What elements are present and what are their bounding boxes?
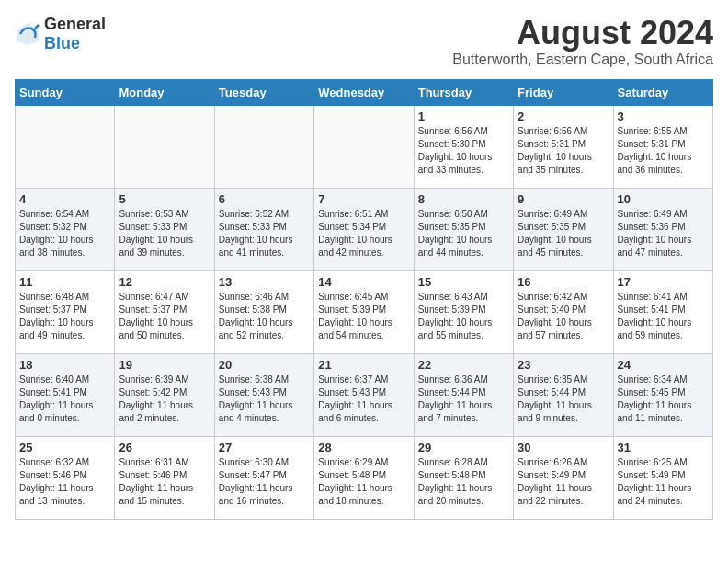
calendar-cell bbox=[115, 105, 214, 188]
cell-info: Sunrise: 6:36 AM Sunset: 5:44 PM Dayligh… bbox=[418, 373, 509, 425]
day-number: 5 bbox=[119, 192, 210, 206]
cell-info: Sunrise: 6:49 AM Sunset: 5:35 PM Dayligh… bbox=[518, 208, 609, 259]
calendar-cell: 12Sunrise: 6:47 AM Sunset: 5:37 PM Dayli… bbox=[115, 270, 214, 353]
week-row-5: 25Sunrise: 6:32 AM Sunset: 5:46 PM Dayli… bbox=[16, 436, 713, 519]
header-row: SundayMondayTuesdayWednesdayThursdayFrid… bbox=[16, 79, 713, 105]
cell-info: Sunrise: 6:39 AM Sunset: 5:42 PM Dayligh… bbox=[119, 373, 210, 425]
day-number: 2 bbox=[518, 109, 609, 123]
header-day-tuesday: Tuesday bbox=[214, 79, 313, 105]
calendar-cell: 31Sunrise: 6:25 AM Sunset: 5:49 PM Dayli… bbox=[613, 436, 712, 519]
calendar-cell: 16Sunrise: 6:42 AM Sunset: 5:40 PM Dayli… bbox=[514, 270, 613, 353]
day-number: 25 bbox=[19, 441, 110, 454]
header-day-friday: Friday bbox=[514, 79, 613, 105]
calendar-cell: 5Sunrise: 6:53 AM Sunset: 5:33 PM Daylig… bbox=[115, 188, 214, 270]
cell-info: Sunrise: 6:29 AM Sunset: 5:48 PM Dayligh… bbox=[318, 456, 409, 508]
calendar-cell: 15Sunrise: 6:43 AM Sunset: 5:39 PM Dayli… bbox=[414, 270, 513, 353]
cell-info: Sunrise: 6:54 AM Sunset: 5:32 PM Dayligh… bbox=[19, 208, 110, 259]
logo-text: General Blue bbox=[44, 15, 106, 53]
day-number: 6 bbox=[219, 192, 310, 206]
day-number: 29 bbox=[418, 441, 509, 454]
header-day-saturday: Saturday bbox=[613, 79, 712, 105]
calendar-cell: 7Sunrise: 6:51 AM Sunset: 5:34 PM Daylig… bbox=[314, 188, 414, 270]
cell-info: Sunrise: 6:45 AM Sunset: 5:39 PM Dayligh… bbox=[318, 291, 409, 342]
calendar-cell: 1Sunrise: 6:56 AM Sunset: 5:30 PM Daylig… bbox=[414, 105, 513, 188]
cell-info: Sunrise: 6:38 AM Sunset: 5:43 PM Dayligh… bbox=[219, 373, 310, 425]
cell-info: Sunrise: 6:53 AM Sunset: 5:33 PM Dayligh… bbox=[119, 208, 210, 259]
day-number: 13 bbox=[219, 275, 310, 289]
day-number: 18 bbox=[19, 358, 110, 372]
cell-info: Sunrise: 6:41 AM Sunset: 5:41 PM Dayligh… bbox=[618, 291, 709, 342]
day-number: 28 bbox=[318, 441, 409, 454]
cell-info: Sunrise: 6:55 AM Sunset: 5:31 PM Dayligh… bbox=[618, 125, 709, 177]
day-number: 7 bbox=[318, 192, 409, 206]
calendar-cell: 10Sunrise: 6:49 AM Sunset: 5:36 PM Dayli… bbox=[613, 188, 712, 270]
sub-title: Butterworth, Eastern Cape, South Africa bbox=[452, 52, 713, 68]
title-area: August 2024 Butterworth, Eastern Cape, S… bbox=[452, 15, 713, 68]
calendar-cell: 6Sunrise: 6:52 AM Sunset: 5:33 PM Daylig… bbox=[214, 188, 313, 270]
calendar-cell bbox=[16, 105, 115, 188]
cell-info: Sunrise: 6:49 AM Sunset: 5:36 PM Dayligh… bbox=[618, 208, 709, 259]
calendar-cell: 30Sunrise: 6:26 AM Sunset: 5:49 PM Dayli… bbox=[514, 436, 613, 519]
main-title: August 2024 bbox=[452, 15, 713, 52]
cell-info: Sunrise: 6:35 AM Sunset: 5:44 PM Dayligh… bbox=[518, 373, 609, 425]
calendar-cell: 18Sunrise: 6:40 AM Sunset: 5:41 PM Dayli… bbox=[16, 353, 115, 436]
calendar-cell: 8Sunrise: 6:50 AM Sunset: 5:35 PM Daylig… bbox=[414, 188, 513, 270]
cell-info: Sunrise: 6:48 AM Sunset: 5:37 PM Dayligh… bbox=[19, 291, 110, 342]
calendar-cell: 3Sunrise: 6:55 AM Sunset: 5:31 PM Daylig… bbox=[613, 105, 712, 188]
calendar-cell: 17Sunrise: 6:41 AM Sunset: 5:41 PM Dayli… bbox=[613, 270, 712, 353]
calendar-cell: 26Sunrise: 6:31 AM Sunset: 5:46 PM Dayli… bbox=[115, 436, 214, 519]
calendar-cell: 11Sunrise: 6:48 AM Sunset: 5:37 PM Dayli… bbox=[16, 270, 115, 353]
day-number: 23 bbox=[518, 358, 609, 372]
cell-info: Sunrise: 6:26 AM Sunset: 5:49 PM Dayligh… bbox=[518, 456, 609, 508]
calendar-cell: 20Sunrise: 6:38 AM Sunset: 5:43 PM Dayli… bbox=[214, 353, 313, 436]
calendar-cell: 9Sunrise: 6:49 AM Sunset: 5:35 PM Daylig… bbox=[514, 188, 613, 270]
day-number: 21 bbox=[318, 358, 409, 372]
day-number: 11 bbox=[19, 275, 110, 289]
calendar-cell: 25Sunrise: 6:32 AM Sunset: 5:46 PM Dayli… bbox=[16, 436, 115, 519]
cell-info: Sunrise: 6:31 AM Sunset: 5:46 PM Dayligh… bbox=[119, 456, 210, 508]
calendar-cell: 21Sunrise: 6:37 AM Sunset: 5:43 PM Dayli… bbox=[314, 353, 414, 436]
week-row-4: 18Sunrise: 6:40 AM Sunset: 5:41 PM Dayli… bbox=[16, 353, 713, 436]
calendar-cell: 19Sunrise: 6:39 AM Sunset: 5:42 PM Dayli… bbox=[115, 353, 214, 436]
day-number: 10 bbox=[618, 192, 709, 206]
cell-info: Sunrise: 6:37 AM Sunset: 5:43 PM Dayligh… bbox=[318, 373, 409, 425]
day-number: 3 bbox=[618, 109, 709, 123]
header-day-sunday: Sunday bbox=[16, 79, 115, 105]
cell-info: Sunrise: 6:56 AM Sunset: 5:30 PM Dayligh… bbox=[418, 125, 509, 177]
header-day-wednesday: Wednesday bbox=[314, 79, 414, 105]
day-number: 14 bbox=[318, 275, 409, 289]
cell-info: Sunrise: 6:50 AM Sunset: 5:35 PM Dayligh… bbox=[418, 208, 509, 259]
cell-info: Sunrise: 6:28 AM Sunset: 5:48 PM Dayligh… bbox=[418, 456, 509, 508]
calendar-table: SundayMondayTuesdayWednesdayThursdayFrid… bbox=[15, 79, 713, 520]
calendar-cell: 24Sunrise: 6:34 AM Sunset: 5:45 PM Dayli… bbox=[613, 353, 712, 436]
calendar-cell: 22Sunrise: 6:36 AM Sunset: 5:44 PM Dayli… bbox=[414, 353, 513, 436]
calendar-cell: 14Sunrise: 6:45 AM Sunset: 5:39 PM Dayli… bbox=[314, 270, 414, 353]
cell-info: Sunrise: 6:40 AM Sunset: 5:41 PM Dayligh… bbox=[19, 373, 110, 425]
header-day-monday: Monday bbox=[115, 79, 214, 105]
day-number: 19 bbox=[119, 358, 210, 372]
day-number: 17 bbox=[618, 275, 709, 289]
cell-info: Sunrise: 6:32 AM Sunset: 5:46 PM Dayligh… bbox=[19, 456, 110, 508]
day-number: 20 bbox=[219, 358, 310, 372]
cell-info: Sunrise: 6:52 AM Sunset: 5:33 PM Dayligh… bbox=[219, 208, 310, 259]
day-number: 30 bbox=[518, 441, 609, 454]
calendar-cell: 28Sunrise: 6:29 AM Sunset: 5:48 PM Dayli… bbox=[314, 436, 414, 519]
day-number: 24 bbox=[618, 358, 709, 372]
day-number: 12 bbox=[119, 275, 210, 289]
cell-info: Sunrise: 6:42 AM Sunset: 5:40 PM Dayligh… bbox=[518, 291, 609, 342]
calendar-cell: 27Sunrise: 6:30 AM Sunset: 5:47 PM Dayli… bbox=[214, 436, 313, 519]
day-number: 22 bbox=[418, 358, 509, 372]
day-number: 15 bbox=[418, 275, 509, 289]
day-number: 1 bbox=[418, 109, 509, 123]
day-number: 9 bbox=[518, 192, 609, 206]
calendar-cell: 2Sunrise: 6:56 AM Sunset: 5:31 PM Daylig… bbox=[514, 105, 613, 188]
day-number: 27 bbox=[219, 441, 310, 454]
cell-info: Sunrise: 6:30 AM Sunset: 5:47 PM Dayligh… bbox=[219, 456, 310, 508]
week-row-3: 11Sunrise: 6:48 AM Sunset: 5:37 PM Dayli… bbox=[16, 270, 713, 353]
calendar-cell bbox=[214, 105, 313, 188]
header-day-thursday: Thursday bbox=[414, 79, 513, 105]
day-number: 31 bbox=[618, 441, 709, 454]
cell-info: Sunrise: 6:46 AM Sunset: 5:38 PM Dayligh… bbox=[219, 291, 310, 342]
cell-info: Sunrise: 6:51 AM Sunset: 5:34 PM Dayligh… bbox=[318, 208, 409, 259]
cell-info: Sunrise: 6:56 AM Sunset: 5:31 PM Dayligh… bbox=[518, 125, 609, 177]
